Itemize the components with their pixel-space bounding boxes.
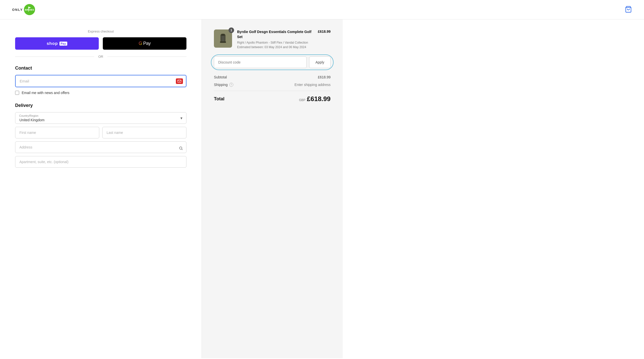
subtotal-value: £618.99 [318, 75, 331, 79]
name-fields-row [15, 127, 186, 138]
total-row: Total GBP £618.99 [214, 95, 331, 103]
news-offers-label: Email me with news and offers [22, 91, 70, 95]
email-autofill-icon [176, 78, 183, 84]
product-estimated: Estimated between: 03 May 2024 and 06 Ma… [237, 45, 313, 49]
shipping-value: Enter shipping address [295, 83, 331, 87]
google-pay-label: Pay [143, 41, 151, 46]
apartment-field[interactable] [15, 156, 186, 168]
express-checkout-label: Express checkout [15, 29, 186, 33]
first-name-field[interactable] [15, 127, 99, 138]
email-field[interactable] [15, 75, 186, 87]
svg-rect-9 [221, 34, 225, 36]
subtotal-row: Subtotal £618.99 [214, 75, 331, 79]
product-name: Byrdie Golf Desgn Essentials Complete Go… [237, 29, 313, 39]
logo-text: ONLY [12, 8, 23, 12]
shipping-label: Shipping [214, 83, 228, 87]
or-divider: OR [15, 55, 186, 58]
shipping-info-icon[interactable]: ? [229, 83, 233, 87]
logo-circle: BIRDIES [24, 4, 35, 15]
contact-section: Contact Email me with news and offers [15, 66, 186, 95]
news-offers-checkbox[interactable] [15, 91, 19, 95]
svg-point-6 [179, 147, 182, 149]
logo: ONLY BIRDIES [12, 4, 35, 15]
product-details: Byrdie Golf Desgn Essentials Complete Go… [237, 29, 313, 49]
product-image-wrap: 1 [214, 29, 232, 48]
apply-button[interactable]: Apply [309, 56, 331, 68]
total-currency: GBP [299, 98, 305, 102]
svg-rect-12 [220, 41, 226, 43]
header: ONLY BIRDIES [0, 0, 644, 19]
total-label: Total [214, 96, 224, 102]
product-item: 1 Byrdie Golf Desgn Essentials Complete … [214, 29, 331, 49]
address-field[interactable] [15, 141, 186, 153]
last-name-field[interactable] [102, 127, 186, 138]
main-layout: Express checkout shop Pay G Pay OR Conta… [0, 19, 644, 358]
delivery-title: Delivery [15, 103, 186, 108]
search-icon [179, 146, 183, 151]
svg-line-7 [182, 149, 183, 150]
total-price-wrap: GBP £618.99 [299, 95, 331, 103]
shop-pay-text: shop [47, 41, 58, 46]
address-wrap [15, 141, 186, 156]
contact-title: Contact [15, 66, 186, 71]
product-variant: Right / Apollo Phantom - Stiff Flex / Va… [237, 40, 313, 45]
news-offers-checkbox-row[interactable]: Email me with news and offers [15, 91, 186, 95]
google-pay-button[interactable]: G Pay [103, 37, 186, 50]
left-panel: Express checkout shop Pay G Pay OR Conta… [0, 19, 202, 358]
country-select[interactable]: United Kingdom [15, 112, 186, 124]
discount-wrap: Apply [214, 56, 331, 68]
product-price: £618.99 [318, 29, 331, 34]
svg-text:BIRDIES: BIRDIES [25, 9, 34, 11]
right-panel: 1 Byrdie Golf Desgn Essentials Complete … [202, 19, 343, 358]
shipping-label-wrap: Shipping ? [214, 83, 233, 87]
total-price: £618.99 [307, 95, 331, 103]
cart-button[interactable] [625, 6, 632, 14]
delivery-section: Delivery Country/Region United Kingdom ▾ [15, 103, 186, 171]
discount-section: Apply [214, 56, 331, 68]
subtotal-label: Subtotal [214, 75, 227, 79]
shipping-row: Shipping ? Enter shipping address [214, 83, 331, 87]
shop-pay-badge: Pay [59, 42, 67, 46]
summary-divider [214, 91, 331, 91]
shop-pay-button[interactable]: shop Pay [15, 37, 99, 50]
or-text: OR [98, 55, 103, 58]
country-select-wrap: Country/Region United Kingdom ▾ [15, 112, 186, 124]
express-checkout-buttons: shop Pay G Pay [15, 37, 186, 50]
svg-rect-5 [178, 80, 181, 82]
discount-code-input[interactable] [214, 56, 307, 68]
email-input-wrap [15, 75, 186, 87]
product-quantity-badge: 1 [229, 27, 234, 33]
google-g-icon: G [139, 41, 142, 46]
